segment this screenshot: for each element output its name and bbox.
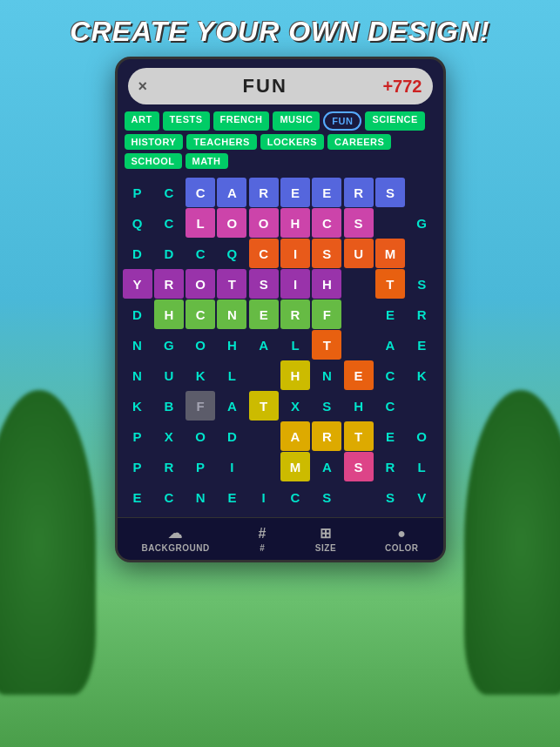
cell-1-7: S: [344, 208, 374, 238]
hashtag-icon: #: [259, 526, 267, 542]
cell-4-2: C: [186, 299, 215, 329]
cell-5-5: L: [280, 330, 310, 360]
cell-0-8: S: [375, 178, 405, 207]
cell-7-8: C: [375, 391, 405, 421]
cell-10-5: C: [280, 482, 310, 512]
bg-tree-right: [464, 390, 560, 695]
cell-8-6: R: [312, 421, 341, 451]
bottom-hashtag[interactable]: # #: [259, 526, 267, 553]
cell-6-1: U: [154, 360, 184, 390]
cell-7-9: [407, 391, 436, 421]
cell-0-0: P: [123, 178, 152, 207]
cell-8-3: D: [217, 421, 246, 451]
cell-7-5: X: [280, 391, 310, 421]
cell-1-4: O: [249, 208, 279, 238]
tag-fun[interactable]: FUN: [323, 111, 361, 131]
cell-6-5: H: [280, 360, 310, 390]
cell-6-9: K: [407, 360, 436, 390]
cell-6-8: C: [375, 360, 405, 390]
background-label: BACKGROUND: [141, 543, 209, 553]
cell-9-4: [249, 452, 279, 481]
cell-4-3: N: [217, 299, 246, 329]
cell-4-8: E: [375, 299, 405, 329]
search-score: +772: [382, 77, 422, 97]
tag-lockers[interactable]: LOCKERS: [260, 134, 324, 150]
tag-tests[interactable]: TESTS: [163, 111, 210, 131]
size-label: SIZE: [315, 543, 336, 553]
cell-9-7: S: [344, 452, 374, 481]
cell-1-8: [375, 208, 405, 238]
cell-4-7: [344, 299, 374, 329]
bottom-size[interactable]: ⊞ SIZE: [315, 525, 336, 553]
cell-7-4: T: [249, 391, 279, 421]
cell-5-1: G: [154, 330, 184, 360]
search-word: FUN: [243, 75, 287, 98]
cell-2-7: U: [344, 239, 374, 268]
cell-0-4: R: [249, 178, 279, 207]
cell-2-1: D: [154, 239, 184, 268]
cell-5-3: H: [217, 330, 246, 360]
cell-0-5: E: [280, 178, 310, 207]
cell-8-2: O: [186, 421, 215, 451]
cell-9-5: M: [280, 452, 310, 481]
tag-science[interactable]: SCIENCE: [365, 111, 424, 131]
tag-french[interactable]: FRENCH: [213, 111, 270, 131]
cell-0-7: R: [344, 178, 374, 207]
cell-3-8: T: [375, 269, 405, 299]
bottom-bar: ☁ BACKGROUND # # ⊞ SIZE ● COLOR: [118, 517, 443, 560]
cell-3-4: S: [249, 269, 279, 299]
cell-9-2: P: [186, 452, 215, 481]
cell-4-9: R: [407, 299, 436, 329]
cell-9-1: R: [154, 452, 184, 481]
cell-3-3: T: [217, 269, 246, 299]
cell-4-1: H: [154, 299, 184, 329]
cell-2-8: M: [375, 239, 405, 268]
cell-6-4: [249, 360, 279, 390]
cell-1-0: Q: [123, 208, 152, 238]
cell-0-3: A: [217, 178, 246, 207]
cell-10-2: N: [186, 482, 215, 512]
cell-0-1: C: [154, 178, 184, 207]
tag-art[interactable]: ART: [125, 111, 159, 131]
cell-6-6: N: [312, 360, 341, 390]
cell-2-6: S: [312, 239, 341, 268]
cell-10-0: E: [123, 482, 152, 512]
background-icon: ☁: [168, 525, 183, 542]
word-tags: ART TESTS FRENCH MUSIC FUN SCIENCE HISTO…: [118, 111, 443, 174]
cell-1-3: O: [217, 208, 246, 238]
bottom-color[interactable]: ● COLOR: [385, 526, 419, 553]
cell-5-4: A: [249, 330, 279, 360]
cell-1-1: C: [154, 208, 184, 238]
tag-careers[interactable]: CAREERS: [327, 134, 391, 150]
tag-school[interactable]: SCHOOL: [125, 153, 182, 169]
cell-7-3: A: [217, 391, 246, 421]
cell-7-2: F: [186, 391, 215, 421]
cell-8-0: P: [123, 421, 152, 451]
cell-9-0: P: [123, 452, 152, 481]
cell-2-4: C: [249, 239, 279, 268]
cell-8-1: X: [154, 421, 184, 451]
tag-math[interactable]: MATH: [186, 153, 228, 169]
cell-2-2: C: [186, 239, 215, 268]
cell-5-2: O: [186, 330, 215, 360]
tag-history[interactable]: HISTORY: [125, 134, 184, 150]
color-icon: ●: [397, 526, 406, 542]
cell-3-9: S: [407, 269, 436, 299]
cell-3-7: [344, 269, 374, 299]
cell-6-3: L: [217, 360, 246, 390]
tag-music[interactable]: MUSIC: [273, 111, 320, 131]
cell-6-7: E: [344, 360, 374, 390]
cell-5-7: [344, 330, 374, 360]
cell-10-4: I: [249, 482, 279, 512]
hashtag-label: #: [260, 543, 265, 553]
cell-7-6: S: [312, 391, 341, 421]
cell-7-0: K: [123, 391, 152, 421]
search-close-button[interactable]: ×: [138, 77, 148, 96]
bottom-background[interactable]: ☁ BACKGROUND: [141, 525, 209, 553]
cell-10-6: S: [312, 482, 341, 512]
cell-10-9: V: [407, 482, 436, 512]
tag-teachers[interactable]: TEACHERS: [186, 134, 257, 150]
cell-8-8: E: [375, 421, 405, 451]
cell-4-0: D: [123, 299, 152, 329]
cell-8-7: T: [344, 421, 374, 451]
